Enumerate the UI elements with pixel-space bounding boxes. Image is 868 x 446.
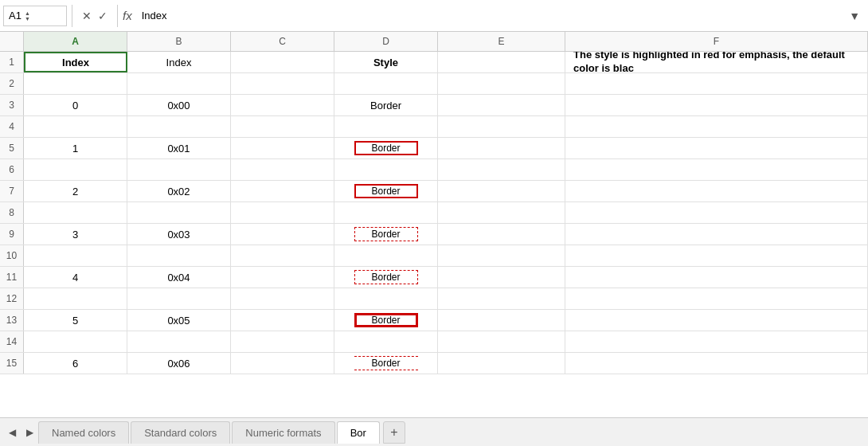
- cell-d1[interactable]: Style: [334, 52, 438, 72]
- cell-b8[interactable]: [127, 202, 231, 223]
- cell-reference-box[interactable]: A1 ▲ ▼: [3, 6, 67, 26]
- cell-b9[interactable]: 0x03: [127, 224, 231, 245]
- cell-c5[interactable]: [231, 138, 334, 158]
- cell-b1[interactable]: Index: [127, 52, 231, 72]
- col-header-e[interactable]: E: [438, 32, 565, 51]
- col-header-a[interactable]: A: [24, 32, 127, 51]
- cell-e8[interactable]: [438, 202, 565, 223]
- cell-b14[interactable]: [127, 331, 231, 352]
- cell-d2[interactable]: [334, 73, 438, 94]
- cell-a4[interactable]: [24, 116, 127, 137]
- cell-d12[interactable]: [334, 288, 438, 309]
- cell-a11[interactable]: 4: [24, 267, 127, 288]
- cell-b3[interactable]: 0x00: [127, 95, 231, 115]
- cell-f5[interactable]: [565, 138, 868, 158]
- cell-e2[interactable]: [438, 73, 565, 94]
- cell-e7[interactable]: [438, 181, 565, 201]
- tab-bor[interactable]: Bor: [337, 421, 380, 444]
- cell-b13[interactable]: 0x05: [127, 310, 231, 331]
- cell-ref-down-arrow[interactable]: ▼: [25, 16, 30, 22]
- col-header-f[interactable]: F: [565, 32, 868, 51]
- cell-e6[interactable]: [438, 159, 565, 180]
- cell-c13[interactable]: [231, 310, 334, 331]
- cell-f11[interactable]: [565, 267, 868, 288]
- cell-b15[interactable]: 0x06: [127, 353, 231, 374]
- cell-e15[interactable]: [438, 353, 565, 374]
- cell-e3[interactable]: [438, 95, 565, 115]
- tab-nav-prev[interactable]: ◀: [3, 424, 21, 441]
- cell-c15[interactable]: [231, 353, 334, 374]
- cell-d9[interactable]: Border: [334, 224, 438, 245]
- cell-a3[interactable]: 0: [24, 95, 127, 115]
- cell-b10[interactable]: [127, 245, 231, 266]
- cell-c3[interactable]: [231, 95, 334, 115]
- cell-f8[interactable]: [565, 202, 868, 223]
- cell-b5[interactable]: 0x01: [127, 138, 231, 158]
- cell-d13[interactable]: Border: [334, 310, 438, 331]
- cell-b2[interactable]: [127, 73, 231, 94]
- cell-c12[interactable]: [231, 288, 334, 309]
- cell-a12[interactable]: [24, 288, 127, 309]
- cell-a5[interactable]: 1: [24, 138, 127, 158]
- cell-d7[interactable]: Border: [334, 181, 438, 201]
- cell-a2[interactable]: [24, 73, 127, 94]
- cell-b11[interactable]: 0x04: [127, 267, 231, 288]
- formula-dropdown-arrow[interactable]: ▼: [844, 10, 865, 22]
- cell-a1[interactable]: Index: [24, 52, 127, 72]
- cell-b12[interactable]: [127, 288, 231, 309]
- cell-f4[interactable]: [565, 116, 868, 137]
- cell-d14[interactable]: [334, 331, 438, 352]
- cell-f1[interactable]: The style is highlighted in red for emph…: [565, 52, 868, 72]
- cell-d3[interactable]: Border: [334, 95, 438, 115]
- cell-f10[interactable]: [565, 245, 868, 266]
- cell-d15[interactable]: Border: [334, 353, 438, 374]
- cell-c7[interactable]: [231, 181, 334, 201]
- cell-c1[interactable]: [231, 52, 334, 72]
- col-header-b[interactable]: B: [127, 32, 231, 51]
- cell-c11[interactable]: [231, 267, 334, 288]
- cell-f13[interactable]: [565, 310, 868, 331]
- cell-f2[interactable]: [565, 73, 868, 94]
- cell-e4[interactable]: [438, 116, 565, 137]
- cell-a6[interactable]: [24, 159, 127, 180]
- cell-c6[interactable]: [231, 159, 334, 180]
- cell-e10[interactable]: [438, 245, 565, 266]
- cell-c4[interactable]: [231, 116, 334, 137]
- cell-e13[interactable]: [438, 310, 565, 331]
- cell-a7[interactable]: 2: [24, 181, 127, 201]
- cell-d10[interactable]: [334, 245, 438, 266]
- tab-named-colors[interactable]: Named colors: [38, 421, 129, 444]
- cell-e14[interactable]: [438, 331, 565, 352]
- cancel-icon[interactable]: ✕: [82, 10, 92, 22]
- col-header-c[interactable]: C: [231, 32, 334, 51]
- cell-d11[interactable]: Border: [334, 267, 438, 288]
- cell-c14[interactable]: [231, 331, 334, 352]
- cell-f7[interactable]: [565, 181, 868, 201]
- cell-d8[interactable]: [334, 202, 438, 223]
- cell-f15[interactable]: [565, 353, 868, 374]
- cell-f9[interactable]: [565, 224, 868, 245]
- col-header-d[interactable]: D: [334, 32, 438, 51]
- cell-ref-up-arrow[interactable]: ▲: [25, 10, 30, 16]
- fx-label[interactable]: fx: [123, 9, 132, 22]
- cell-a15[interactable]: 6: [24, 353, 127, 374]
- cell-a13[interactable]: 5: [24, 310, 127, 331]
- cell-e12[interactable]: [438, 288, 565, 309]
- cell-d4[interactable]: [334, 116, 438, 137]
- cell-e5[interactable]: [438, 138, 565, 158]
- cell-a14[interactable]: [24, 331, 127, 352]
- cell-c2[interactable]: [231, 73, 334, 94]
- cell-a10[interactable]: [24, 245, 127, 266]
- formula-input[interactable]: [139, 6, 844, 26]
- cell-f14[interactable]: [565, 331, 868, 352]
- confirm-icon[interactable]: ✓: [98, 10, 108, 22]
- cell-f12[interactable]: [565, 288, 868, 309]
- cell-b6[interactable]: [127, 159, 231, 180]
- cell-b4[interactable]: [127, 116, 231, 137]
- cell-f6[interactable]: [565, 159, 868, 180]
- cell-c8[interactable]: [231, 202, 334, 223]
- cell-b7[interactable]: 0x02: [127, 181, 231, 201]
- cell-a9[interactable]: 3: [24, 224, 127, 245]
- cell-a8[interactable]: [24, 202, 127, 223]
- cell-e9[interactable]: [438, 224, 565, 245]
